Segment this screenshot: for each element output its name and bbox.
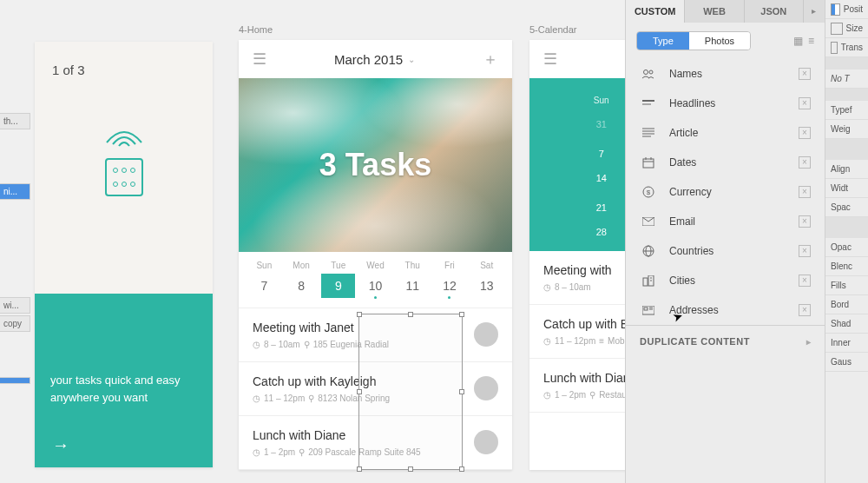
pin-icon: ⚲ bbox=[308, 394, 314, 403]
prop-no-text: No T bbox=[825, 69, 868, 89]
onboarding-body: your tasks quick and easyanywhere you wa… bbox=[50, 372, 197, 406]
delete-icon[interactable]: × bbox=[799, 68, 811, 80]
delete-icon[interactable]: × bbox=[799, 97, 811, 109]
prop-spacing[interactable]: Spac bbox=[825, 198, 868, 217]
svg-rect-18 bbox=[643, 278, 648, 286]
properties-panel: Posit Size Trans No T Typef Weig Align W… bbox=[825, 0, 868, 483]
filter-pill-group: Type Photos bbox=[636, 31, 751, 50]
delete-icon[interactable]: × bbox=[799, 304, 811, 316]
artboard-label: 4-Home bbox=[239, 24, 273, 35]
calendar-week-row: Sun7 Mon8 Tue9 Wed10 Thu11 Fri12 Sat13 bbox=[239, 252, 512, 308]
selection-overlay[interactable] bbox=[358, 314, 463, 470]
type-headlines[interactable]: Headlines× bbox=[636, 89, 814, 118]
cal-day[interactable]: Fri12 bbox=[431, 261, 469, 299]
list-view-icon[interactable]: ≡ bbox=[808, 35, 814, 47]
delete-icon[interactable]: × bbox=[799, 156, 811, 169]
layer-fragment: wi... bbox=[0, 297, 30, 314]
prop-shadows[interactable]: Shad bbox=[825, 314, 868, 334]
tab-web[interactable]: WEB bbox=[685, 0, 744, 23]
type-article[interactable]: Article× bbox=[636, 118, 814, 148]
cal-day[interactable]: Wed10 bbox=[357, 261, 394, 299]
device-icon bbox=[105, 158, 143, 196]
currency-icon: $ bbox=[640, 186, 657, 198]
prop-opacity[interactable]: Opac bbox=[825, 238, 868, 257]
delete-icon[interactable]: × bbox=[799, 245, 811, 257]
avatar bbox=[474, 430, 498, 454]
view-mode-icons: ▦ ≡ bbox=[793, 35, 814, 47]
prop-typeface[interactable]: Typef bbox=[825, 101, 868, 120]
grid-view-icon[interactable]: ▦ bbox=[793, 35, 803, 47]
clock-icon: ◷ bbox=[543, 282, 551, 292]
names-icon bbox=[640, 69, 657, 79]
clock-icon: ◷ bbox=[253, 394, 260, 403]
menu-icon[interactable]: ☰ bbox=[543, 50, 557, 69]
cal-day-selected[interactable]: Tue9 bbox=[319, 261, 357, 299]
prop-weight[interactable]: Weig bbox=[825, 120, 868, 139]
type-dates[interactable]: Dates× bbox=[636, 148, 814, 177]
countries-icon bbox=[640, 245, 657, 257]
duplicate-content-section[interactable]: DUPLICATE CONTENT ▸ bbox=[626, 325, 825, 357]
prop-width[interactable]: Widt bbox=[825, 179, 868, 198]
page-counter: 1 of 3 bbox=[35, 42, 213, 77]
layer-fragment-selected[interactable]: ni... bbox=[0, 183, 30, 200]
svg-text:$: $ bbox=[647, 189, 651, 196]
svg-point-0 bbox=[644, 70, 648, 75]
clock-icon: ◷ bbox=[253, 340, 260, 349]
cal-day[interactable]: Sun7 bbox=[246, 261, 283, 299]
chevron-right-icon: ▸ bbox=[806, 337, 812, 347]
delete-icon[interactable]: × bbox=[799, 127, 811, 139]
cal-day[interactable]: Thu11 bbox=[394, 261, 431, 299]
layer-fragment-selected[interactable] bbox=[0, 377, 30, 384]
cal-day[interactable]: Sat13 bbox=[468, 261, 505, 299]
list-icon: ≡ bbox=[599, 336, 604, 346]
type-email[interactable]: Email× bbox=[636, 207, 814, 236]
artboard-label: 5-Calendar bbox=[529, 24, 576, 35]
email-icon bbox=[640, 217, 657, 226]
add-icon[interactable]: ＋ bbox=[483, 49, 498, 69]
prop-borders[interactable]: Bord bbox=[825, 295, 868, 314]
delete-icon[interactable]: × bbox=[799, 275, 811, 287]
tabs-more-icon[interactable]: ▸ bbox=[804, 0, 825, 23]
prop-fills[interactable]: Fills bbox=[825, 276, 868, 295]
menu-icon[interactable]: ☰ bbox=[253, 50, 266, 69]
artboard-onboarding[interactable]: 1 of 3 your tasks quick and easyanywhere… bbox=[35, 42, 213, 467]
month-title[interactable]: March 2015 ⌄ bbox=[334, 52, 415, 67]
cal-day[interactable]: Mon8 bbox=[283, 261, 320, 299]
size-icon bbox=[831, 23, 843, 35]
avatar bbox=[474, 322, 498, 347]
type-cities[interactable]: Cities× bbox=[636, 266, 814, 295]
wifi-icon bbox=[102, 125, 146, 151]
pin-icon: ⚲ bbox=[304, 340, 310, 349]
tab-custom[interactable]: CUSTOM bbox=[626, 0, 685, 23]
hero-image: 3 Tasks bbox=[239, 78, 512, 252]
type-currency[interactable]: $Currency× bbox=[636, 177, 814, 207]
illustration bbox=[94, 125, 155, 195]
prop-inner[interactable]: Inner bbox=[825, 334, 868, 353]
delete-icon[interactable]: × bbox=[799, 186, 811, 198]
svg-rect-8 bbox=[643, 159, 654, 168]
next-arrow-icon[interactable]: → bbox=[52, 435, 69, 455]
inspector-tabs: CUSTOM WEB JSON ▸ bbox=[626, 0, 825, 23]
prop-blend[interactable]: Blenc bbox=[825, 257, 868, 276]
prop-gaussian[interactable]: Gaus bbox=[825, 353, 868, 372]
prop-transform[interactable]: Trans bbox=[825, 38, 868, 57]
pill-photos[interactable]: Photos bbox=[689, 32, 750, 50]
transform-icon bbox=[831, 42, 838, 54]
article-icon bbox=[640, 128, 657, 138]
tab-json[interactable]: JSON bbox=[745, 0, 804, 23]
align-icon bbox=[831, 3, 840, 16]
pill-type[interactable]: Type bbox=[637, 32, 689, 50]
filter-row: Type Photos ▦ ≡ bbox=[626, 23, 825, 59]
prop-align[interactable]: Align bbox=[825, 160, 868, 179]
addresses-icon bbox=[640, 306, 657, 315]
type-addresses[interactable]: Addresses× ➤ bbox=[636, 295, 814, 325]
pin-icon: ⚲ bbox=[589, 390, 595, 400]
prop-position[interactable]: Posit bbox=[825, 0, 868, 19]
prop-size[interactable]: Size bbox=[825, 19, 868, 38]
clock-icon: ◷ bbox=[543, 336, 551, 346]
artboard-home[interactable]: ☰ March 2015 ⌄ ＋ 3 Tasks Sun7 Mon8 Tue9 … bbox=[239, 40, 512, 470]
delete-icon[interactable]: × bbox=[799, 215, 811, 228]
type-names[interactable]: Names× bbox=[636, 59, 814, 89]
dates-icon bbox=[640, 157, 657, 169]
type-countries[interactable]: Countries× bbox=[636, 236, 814, 266]
